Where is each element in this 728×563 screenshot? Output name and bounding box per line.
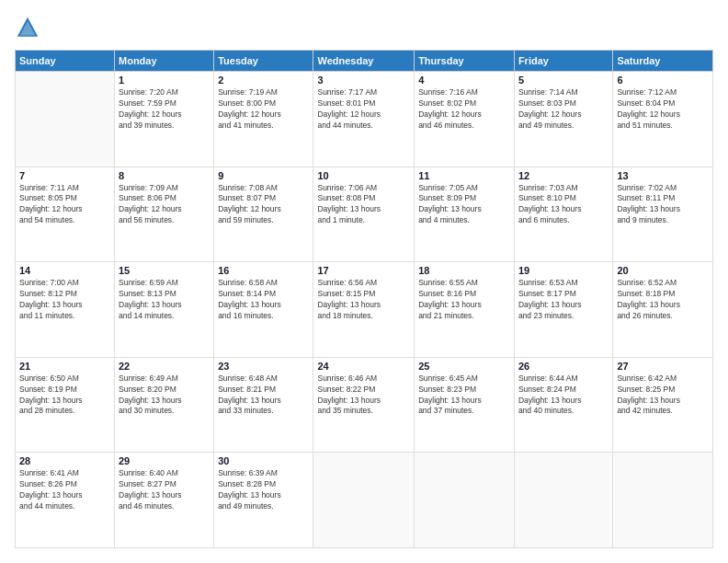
calendar-cell: 13Sunrise: 7:02 AM Sunset: 8:11 PM Dayli… xyxy=(613,167,713,262)
day-number: 16 xyxy=(218,265,309,276)
calendar-cell: 1Sunrise: 7:20 AM Sunset: 7:59 PM Daylig… xyxy=(115,72,214,167)
day-info: Sunrise: 7:19 AM Sunset: 8:00 PM Dayligh… xyxy=(218,87,309,132)
day-info: Sunrise: 6:52 AM Sunset: 8:18 PM Dayligh… xyxy=(617,278,709,322)
calendar-cell: 23Sunrise: 6:48 AM Sunset: 8:21 PM Dayli… xyxy=(214,357,313,453)
day-number: 13 xyxy=(617,170,709,181)
calendar-cell: 15Sunrise: 6:59 AM Sunset: 8:13 PM Dayli… xyxy=(115,262,214,358)
day-number: 12 xyxy=(518,170,609,181)
calendar-cell: 14Sunrise: 7:00 AM Sunset: 8:12 PM Dayli… xyxy=(16,262,115,358)
day-info: Sunrise: 6:49 AM Sunset: 8:20 PM Dayligh… xyxy=(119,373,210,418)
calendar-cell: 20Sunrise: 6:52 AM Sunset: 8:18 PM Dayli… xyxy=(613,262,713,358)
day-number: 17 xyxy=(317,265,410,276)
calendar-cell: 28Sunrise: 6:41 AM Sunset: 8:26 PM Dayli… xyxy=(16,453,115,548)
day-info: Sunrise: 7:05 AM Sunset: 8:09 PM Dayligh… xyxy=(418,183,510,227)
day-info: Sunrise: 7:17 AM Sunset: 8:01 PM Dayligh… xyxy=(317,87,410,132)
day-number: 29 xyxy=(119,455,210,466)
day-info: Sunrise: 7:03 AM Sunset: 8:10 PM Dayligh… xyxy=(518,183,609,227)
calendar-cell: 11Sunrise: 7:05 AM Sunset: 8:09 PM Dayli… xyxy=(415,167,515,262)
weekday-header-saturday: Saturday xyxy=(613,51,713,72)
calendar-cell: 27Sunrise: 6:42 AM Sunset: 8:25 PM Dayli… xyxy=(613,357,713,453)
calendar-cell: 18Sunrise: 6:55 AM Sunset: 8:16 PM Dayli… xyxy=(415,262,515,358)
calendar-cell: 2Sunrise: 7:19 AM Sunset: 8:00 PM Daylig… xyxy=(214,72,313,167)
weekday-header-row: SundayMondayTuesdayWednesdayThursdayFrid… xyxy=(16,51,713,72)
day-info: Sunrise: 6:42 AM Sunset: 8:25 PM Dayligh… xyxy=(617,373,709,418)
calendar-cell: 30Sunrise: 6:39 AM Sunset: 8:28 PM Dayli… xyxy=(214,453,313,548)
day-info: Sunrise: 7:12 AM Sunset: 8:04 PM Dayligh… xyxy=(617,87,709,132)
day-info: Sunrise: 7:02 AM Sunset: 8:11 PM Dayligh… xyxy=(617,183,709,227)
calendar-table: SundayMondayTuesdayWednesdayThursdayFrid… xyxy=(15,50,713,548)
day-number: 6 xyxy=(617,75,709,86)
week-row-2: 7Sunrise: 7:11 AM Sunset: 8:05 PM Daylig… xyxy=(16,167,713,262)
calendar-cell: 8Sunrise: 7:09 AM Sunset: 8:06 PM Daylig… xyxy=(115,167,214,262)
day-info: Sunrise: 6:55 AM Sunset: 8:16 PM Dayligh… xyxy=(418,278,510,322)
day-number: 2 xyxy=(218,75,309,86)
day-number: 19 xyxy=(518,265,609,276)
calendar-cell xyxy=(613,453,713,548)
day-number: 25 xyxy=(418,361,510,372)
day-info: Sunrise: 6:44 AM Sunset: 8:24 PM Dayligh… xyxy=(518,373,609,418)
calendar-cell: 19Sunrise: 6:53 AM Sunset: 8:17 PM Dayli… xyxy=(514,262,612,358)
week-row-4: 21Sunrise: 6:50 AM Sunset: 8:19 PM Dayli… xyxy=(16,357,713,453)
week-row-3: 14Sunrise: 7:00 AM Sunset: 8:12 PM Dayli… xyxy=(16,262,713,358)
day-info: Sunrise: 6:40 AM Sunset: 8:27 PM Dayligh… xyxy=(119,468,210,512)
calendar-cell xyxy=(16,72,115,167)
weekday-header-thursday: Thursday xyxy=(415,51,515,72)
day-number: 30 xyxy=(218,455,309,466)
day-info: Sunrise: 7:06 AM Sunset: 8:08 PM Dayligh… xyxy=(317,183,410,227)
day-info: Sunrise: 6:50 AM Sunset: 8:19 PM Dayligh… xyxy=(19,373,110,418)
day-number: 4 xyxy=(418,75,510,86)
day-number: 14 xyxy=(19,265,110,276)
week-row-1: 1Sunrise: 7:20 AM Sunset: 7:59 PM Daylig… xyxy=(16,72,713,167)
day-number: 24 xyxy=(317,361,410,372)
day-number: 1 xyxy=(119,75,210,86)
day-number: 9 xyxy=(218,170,309,181)
day-number: 20 xyxy=(617,265,709,276)
day-number: 28 xyxy=(19,455,110,466)
day-number: 7 xyxy=(19,170,110,181)
calendar-cell: 3Sunrise: 7:17 AM Sunset: 8:01 PM Daylig… xyxy=(313,72,415,167)
calendar-cell: 9Sunrise: 7:08 AM Sunset: 8:07 PM Daylig… xyxy=(214,167,313,262)
weekday-header-wednesday: Wednesday xyxy=(313,51,415,72)
calendar-cell: 29Sunrise: 6:40 AM Sunset: 8:27 PM Dayli… xyxy=(115,453,214,548)
day-info: Sunrise: 6:45 AM Sunset: 8:23 PM Dayligh… xyxy=(418,373,510,418)
week-row-5: 28Sunrise: 6:41 AM Sunset: 8:26 PM Dayli… xyxy=(16,453,713,548)
page: SundayMondayTuesdayWednesdayThursdayFrid… xyxy=(0,0,728,563)
day-number: 18 xyxy=(418,265,510,276)
header xyxy=(15,15,713,40)
day-info: Sunrise: 7:20 AM Sunset: 7:59 PM Dayligh… xyxy=(119,87,210,132)
day-number: 8 xyxy=(119,170,210,181)
calendar-cell: 24Sunrise: 6:46 AM Sunset: 8:22 PM Dayli… xyxy=(313,357,415,453)
logo xyxy=(15,15,44,40)
day-number: 21 xyxy=(19,361,110,372)
day-number: 5 xyxy=(518,75,609,86)
day-info: Sunrise: 7:16 AM Sunset: 8:02 PM Dayligh… xyxy=(418,87,510,132)
day-info: Sunrise: 6:39 AM Sunset: 8:28 PM Dayligh… xyxy=(218,468,309,512)
calendar-cell: 6Sunrise: 7:12 AM Sunset: 8:04 PM Daylig… xyxy=(613,72,713,167)
day-info: Sunrise: 7:08 AM Sunset: 8:07 PM Dayligh… xyxy=(218,183,309,227)
day-info: Sunrise: 6:41 AM Sunset: 8:26 PM Dayligh… xyxy=(19,468,110,512)
day-number: 10 xyxy=(317,170,410,181)
calendar-cell: 4Sunrise: 7:16 AM Sunset: 8:02 PM Daylig… xyxy=(415,72,515,167)
weekday-header-monday: Monday xyxy=(115,51,214,72)
weekday-header-tuesday: Tuesday xyxy=(214,51,313,72)
day-info: Sunrise: 6:48 AM Sunset: 8:21 PM Dayligh… xyxy=(218,373,309,418)
calendar-cell: 22Sunrise: 6:49 AM Sunset: 8:20 PM Dayli… xyxy=(115,357,214,453)
day-number: 27 xyxy=(617,361,709,372)
calendar-cell xyxy=(415,453,515,548)
day-number: 26 xyxy=(518,361,609,372)
day-info: Sunrise: 7:09 AM Sunset: 8:06 PM Dayligh… xyxy=(119,183,210,227)
weekday-header-friday: Friday xyxy=(514,51,612,72)
day-info: Sunrise: 6:56 AM Sunset: 8:15 PM Dayligh… xyxy=(317,278,410,322)
day-info: Sunrise: 6:53 AM Sunset: 8:17 PM Dayligh… xyxy=(518,278,609,322)
weekday-header-sunday: Sunday xyxy=(16,51,115,72)
day-number: 23 xyxy=(218,361,309,372)
day-info: Sunrise: 6:58 AM Sunset: 8:14 PM Dayligh… xyxy=(218,278,309,322)
calendar-cell: 25Sunrise: 6:45 AM Sunset: 8:23 PM Dayli… xyxy=(415,357,515,453)
day-number: 15 xyxy=(119,265,210,276)
day-info: Sunrise: 6:46 AM Sunset: 8:22 PM Dayligh… xyxy=(317,373,410,418)
day-number: 22 xyxy=(119,361,210,372)
day-info: Sunrise: 7:00 AM Sunset: 8:12 PM Dayligh… xyxy=(19,278,110,322)
day-info: Sunrise: 7:11 AM Sunset: 8:05 PM Dayligh… xyxy=(19,183,110,227)
calendar-cell: 21Sunrise: 6:50 AM Sunset: 8:19 PM Dayli… xyxy=(16,357,115,453)
logo-icon xyxy=(15,15,40,40)
